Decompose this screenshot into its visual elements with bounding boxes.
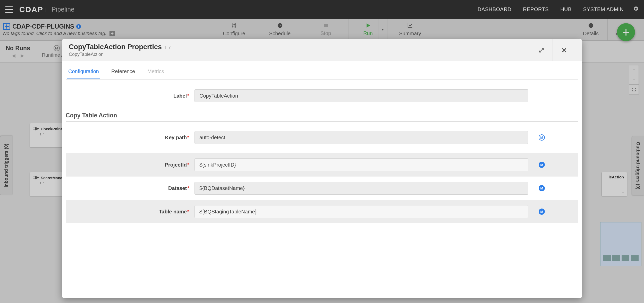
macro-toggle-active[interactable]: M <box>539 162 545 168</box>
key-path-label: Key path* <box>66 135 194 141</box>
expand-icon[interactable] <box>530 39 553 61</box>
dataset-label: Dataset* <box>66 185 194 191</box>
key-path-input[interactable] <box>194 131 528 144</box>
table-name-label: Table name* <box>66 209 194 215</box>
tab-metrics: Metrics <box>146 65 165 79</box>
close-icon[interactable] <box>553 39 575 61</box>
modal-body: Configuration Reference Metrics Label* C… <box>62 61 582 298</box>
project-id-input[interactable] <box>194 158 528 171</box>
tab-configuration[interactable]: Configuration <box>67 65 100 79</box>
macro-toggle[interactable]: M <box>539 134 545 141</box>
modal-version: 1.7 <box>164 45 171 50</box>
macro-toggle-active[interactable]: M <box>539 209 545 215</box>
properties-modal: CopyTableAction Properties 1.7 CopyTable… <box>62 39 582 298</box>
modal-title: CopyTableAction Properties <box>69 43 162 51</box>
macro-toggle-active[interactable]: M <box>539 185 545 191</box>
modal-subtitle: CopyTableAction <box>69 52 171 57</box>
tab-reference[interactable]: Reference <box>110 65 136 79</box>
modal-tabs: Configuration Reference Metrics <box>66 65 578 80</box>
label-input[interactable] <box>194 89 528 102</box>
section-heading: Copy Table Action <box>66 107 578 122</box>
dataset-input[interactable] <box>194 182 528 195</box>
label-label: Label* <box>66 93 194 99</box>
modal-header: CopyTableAction Properties 1.7 CopyTable… <box>62 39 582 61</box>
table-name-input[interactable] <box>194 205 528 218</box>
project-id-label: ProjectId* <box>66 162 194 168</box>
